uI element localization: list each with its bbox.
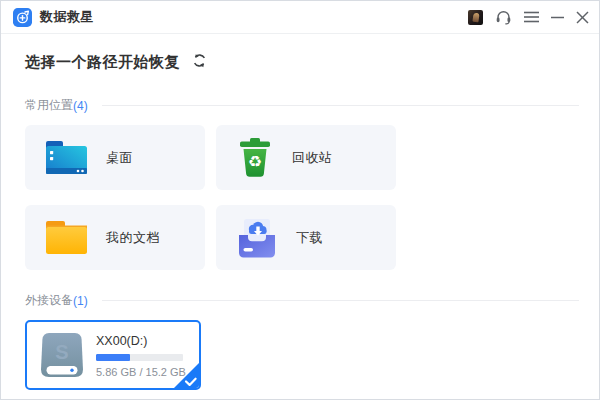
app-logo-icon [13,8,32,27]
section-label: 外接设备 [25,292,73,309]
drive-name: XX00(D:) [96,334,186,348]
refresh-icon[interactable] [192,53,207,72]
close-button[interactable] [576,11,589,24]
location-label: 回收站 [292,149,333,167]
location-label: 桌面 [106,149,133,167]
main-content: 选择一个路径开始恢复 常用位置(4) [1,53,599,390]
location-card-documents[interactable]: 我的文档 [25,205,205,270]
selected-check-icon [173,362,200,389]
location-label: 我的文档 [106,229,160,247]
recycle-bin-icon: ♻ [235,137,275,178]
section-count: (4) [73,99,88,113]
section-label: 常用位置 [25,97,73,114]
divider [102,300,579,301]
section-external-devices: 外接设备(1) [25,292,599,309]
app-window: 数据救星 [0,0,600,400]
device-card-xx00-d[interactable]: S XX00(D:) 5.86 GB / 15.2 GB [25,320,201,390]
drive-usage-bar [96,354,183,361]
app-title: 数据救星 [40,8,94,26]
desktop-folder-icon [44,139,89,177]
location-card-desktop[interactable]: 桌面 [25,125,205,190]
section-count: (1) [73,294,88,308]
common-locations-grid: 桌面 ♻ 回 [25,125,599,270]
location-card-recycle-bin[interactable]: ♻ 回收站 [216,125,396,190]
section-common-locations: 常用位置(4) [25,97,599,114]
downloads-icon [235,218,279,258]
documents-folder-icon [44,219,89,256]
drive-progress-fill [96,354,130,361]
minimize-button[interactable] [551,11,564,23]
hard-drive-icon: S [37,330,87,380]
support-headset-icon[interactable] [495,9,512,25]
menu-hamburger-icon[interactable] [524,11,539,23]
user-avatar[interactable] [468,10,483,25]
divider [102,105,579,106]
location-label: 下载 [296,229,323,247]
svg-text:♻: ♻ [248,153,262,170]
titlebar: 数据救星 [1,1,599,34]
location-card-downloads[interactable]: 下载 [216,205,396,270]
svg-text:S: S [55,341,68,363]
page-title: 选择一个路径开始恢复 [25,53,180,72]
